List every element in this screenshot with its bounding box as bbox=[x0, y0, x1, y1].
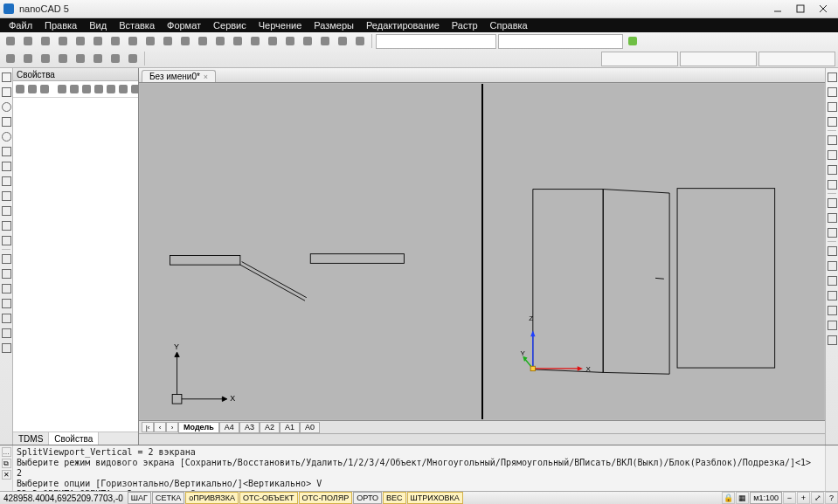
maximize-button[interactable] bbox=[789, 2, 812, 16]
window-zoom-icon[interactable] bbox=[195, 33, 211, 49]
orbit-icon[interactable] bbox=[826, 148, 838, 161]
viewport-right[interactable]: Z Y X bbox=[481, 84, 825, 419]
preview-icon[interactable] bbox=[73, 33, 88, 49]
rotate-icon[interactable] bbox=[0, 282, 12, 294]
command-scrollbar[interactable] bbox=[825, 445, 838, 491]
zoom-ext-icon[interactable]: ⤢ bbox=[811, 492, 824, 504]
lineweight-icon[interactable] bbox=[38, 51, 53, 66]
col2-icon[interactable] bbox=[826, 259, 838, 272]
menu-сервис[interactable]: Сервис bbox=[208, 20, 252, 31]
undo-icon[interactable] bbox=[142, 33, 158, 49]
rect-icon[interactable] bbox=[0, 86, 12, 98]
command-log[interactable]: SplitViewport_Vertical = 2 вэкрана Выбер… bbox=[13, 445, 825, 491]
col7-icon[interactable] bbox=[826, 334, 838, 346]
point-icon[interactable] bbox=[0, 190, 12, 202]
col3-icon[interactable] bbox=[826, 274, 838, 287]
close-tab-icon[interactable]: × bbox=[204, 72, 208, 81]
menu-редактирование[interactable]: Редактирование bbox=[361, 20, 445, 31]
panel-highlight-icon[interactable] bbox=[39, 82, 50, 96]
scale-display[interactable]: м1:100 bbox=[750, 492, 782, 504]
layers-icon[interactable] bbox=[335, 33, 350, 49]
box-icon[interactable] bbox=[826, 86, 838, 98]
plot-style-icon[interactable] bbox=[73, 51, 88, 66]
color-icon[interactable] bbox=[20, 51, 36, 66]
menu-формат[interactable]: Формат bbox=[162, 20, 206, 31]
hatch-icon[interactable] bbox=[0, 204, 12, 217]
status-ВЕС[interactable]: ВЕС bbox=[383, 492, 406, 504]
grid-icon[interactable]: ▦ bbox=[736, 492, 749, 504]
3d-icon[interactable] bbox=[826, 71, 838, 83]
layout-nav-first[interactable]: |‹ bbox=[142, 422, 154, 432]
panel-grid-icon[interactable] bbox=[93, 82, 104, 96]
layout-tab-A2[interactable]: A2 bbox=[260, 422, 280, 433]
textstyle-icon[interactable] bbox=[90, 51, 106, 66]
help-icon[interactable]: ? bbox=[825, 492, 838, 504]
zoomw-icon[interactable] bbox=[826, 163, 838, 176]
new-doc-icon[interactable] bbox=[3, 33, 18, 49]
horizontal-scrollbar[interactable] bbox=[139, 433, 825, 445]
cmd-history-icon[interactable]: … bbox=[2, 447, 11, 457]
status-ОТС-ОБЪЕКТ[interactable]: ОТС-ОБЪЕКТ bbox=[239, 492, 297, 504]
tablestyle-icon[interactable] bbox=[125, 51, 141, 66]
scale-icon[interactable] bbox=[0, 297, 12, 309]
sphere-icon[interactable] bbox=[826, 100, 838, 113]
col5-icon[interactable] bbox=[826, 304, 838, 316]
pline-icon[interactable] bbox=[0, 160, 12, 172]
mirror-icon[interactable] bbox=[0, 312, 12, 324]
status-оПРИВЯЗКА[interactable]: оПРИВЯЗКА bbox=[185, 492, 239, 504]
redo-icon[interactable] bbox=[160, 33, 176, 49]
trim-icon[interactable] bbox=[0, 327, 12, 339]
area-icon[interactable] bbox=[826, 211, 838, 224]
ellipse-icon[interactable] bbox=[0, 130, 12, 142]
layout-tab-A1[interactable]: A1 bbox=[280, 422, 300, 433]
help-icon[interactable] bbox=[352, 33, 368, 49]
minimize-button[interactable] bbox=[766, 2, 789, 16]
pan2-icon[interactable] bbox=[826, 134, 838, 146]
status-ОРТО[interactable]: ОРТО bbox=[353, 492, 382, 504]
zoom-in-icon[interactable] bbox=[212, 33, 228, 49]
zoom-ext-icon[interactable] bbox=[826, 178, 838, 190]
document-tab[interactable]: Без имени0* × bbox=[142, 70, 216, 82]
save-icon[interactable] bbox=[38, 33, 53, 49]
regen-icon[interactable] bbox=[265, 33, 280, 49]
col4-icon[interactable] bbox=[826, 289, 838, 301]
menu-черчение[interactable]: Черчение bbox=[253, 20, 308, 31]
panel-filter-icon[interactable] bbox=[27, 82, 38, 96]
dimstyle-icon[interactable] bbox=[107, 51, 123, 66]
panel-add-icon[interactable] bbox=[69, 82, 80, 96]
menu-файл[interactable]: Файл bbox=[3, 20, 38, 31]
menu-размеры[interactable]: Размеры bbox=[308, 20, 359, 31]
zoom-out-icon[interactable]: − bbox=[783, 492, 796, 504]
menu-вид[interactable]: Вид bbox=[84, 20, 112, 31]
layout-tab-Модель[interactable]: Модель bbox=[178, 422, 219, 433]
spline-icon[interactable] bbox=[0, 145, 12, 157]
panel-b-icon[interactable] bbox=[118, 82, 128, 96]
status-ОТС-ПОЛЯР[interactable]: ОТС-ПОЛЯР bbox=[299, 492, 353, 504]
layout-tab-A0[interactable]: A0 bbox=[300, 422, 320, 433]
style-dropdown[interactable] bbox=[498, 34, 623, 49]
apply-icon[interactable] bbox=[625, 33, 641, 49]
paste-icon[interactable] bbox=[125, 33, 141, 49]
measure-icon[interactable] bbox=[282, 33, 298, 49]
panel-tab-свойства[interactable]: Свойства bbox=[49, 432, 99, 445]
cmd-clear-icon[interactable]: ✕ bbox=[2, 470, 11, 480]
arc-icon[interactable] bbox=[0, 115, 12, 128]
menu-вставка[interactable]: Вставка bbox=[114, 20, 160, 31]
layout-nav-next[interactable]: › bbox=[166, 422, 178, 432]
mtext-icon[interactable] bbox=[0, 234, 12, 246]
status-ШТРИХОВКА[interactable]: ШТРИХОВКА bbox=[407, 492, 463, 504]
layer-dropdown[interactable] bbox=[376, 34, 496, 49]
circle-icon[interactable] bbox=[0, 100, 12, 113]
dist-icon[interactable] bbox=[826, 197, 838, 209]
zoom-out-icon[interactable] bbox=[230, 33, 246, 49]
property-slot-0[interactable] bbox=[601, 52, 678, 66]
menu-растр[interactable]: Растр bbox=[447, 20, 483, 31]
pan-icon[interactable] bbox=[177, 33, 193, 49]
layout-tab-A3[interactable]: A3 bbox=[239, 422, 260, 433]
lock-icon[interactable]: 🔒 bbox=[722, 492, 735, 504]
match-prop-icon[interactable] bbox=[317, 33, 333, 49]
cut-icon[interactable] bbox=[107, 33, 123, 49]
byLayer-icon[interactable] bbox=[3, 51, 18, 66]
viewport-left[interactable]: X Y bbox=[140, 84, 481, 419]
status-ШАГ[interactable]: ШАГ bbox=[128, 492, 151, 504]
